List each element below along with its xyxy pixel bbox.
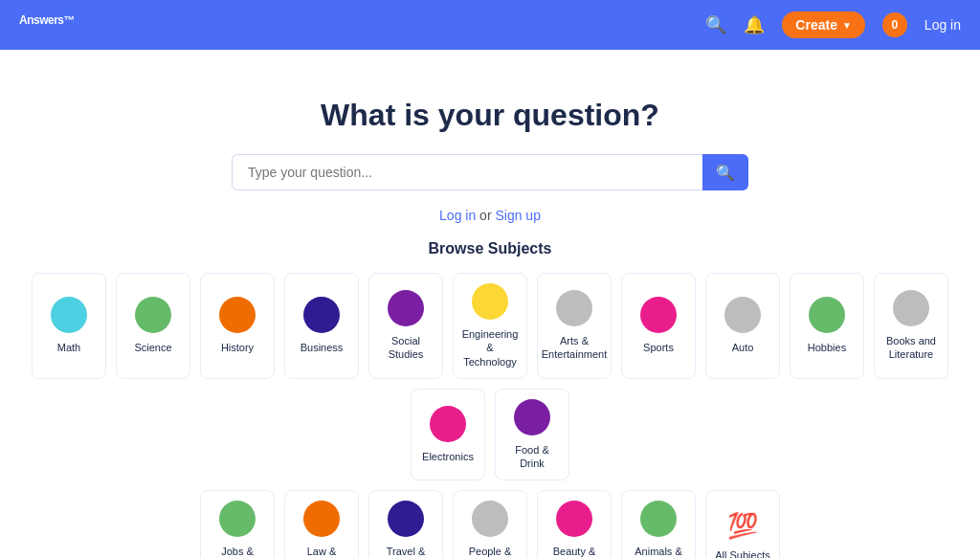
subject-circle (809, 297, 845, 333)
subject-circle (219, 297, 256, 333)
subject-circle (472, 283, 508, 320)
login-button[interactable]: Log in (924, 17, 961, 33)
subject-card[interactable]: Arts & Entertainment (537, 273, 612, 379)
subject-label: Travel & Places (375, 545, 436, 558)
subject-card[interactable]: Business (284, 273, 359, 379)
subject-label: Books and Literature (880, 334, 942, 362)
subject-label: Science (134, 341, 171, 354)
search-input[interactable] (232, 154, 702, 190)
subject-label: Sports (643, 341, 674, 354)
subject-circle (514, 399, 550, 435)
browse-subjects-title: Browse Subjects (429, 240, 552, 257)
subject-label: Electronics (422, 450, 474, 463)
subject-circle (640, 297, 677, 333)
subject-card[interactable]: Books and Literature (874, 273, 948, 379)
subject-card[interactable]: History (200, 273, 275, 379)
navbar: Answers™ 🔍 🔔 Create ▼ 0 Log in (0, 0, 980, 50)
subject-circle (893, 290, 929, 326)
subject-label: Hobbies (808, 341, 846, 354)
subject-card[interactable]: Sports (621, 273, 696, 379)
subject-circle (51, 297, 87, 333)
subject-card[interactable]: Travel & Places (368, 490, 443, 558)
subject-card[interactable]: Math (32, 273, 106, 379)
subject-circle (303, 297, 340, 333)
subject-circle (219, 501, 256, 537)
subject-label: Math (57, 341, 80, 354)
subject-circle (556, 290, 592, 326)
subject-label: Social Studies (375, 334, 436, 362)
login-link[interactable]: Log in (439, 208, 476, 223)
subject-label: Beauty & Health (544, 545, 605, 558)
search-container: 🔍 (232, 154, 748, 190)
notification-button[interactable]: 🔔 (744, 14, 765, 35)
auth-prompt: Log in or Sign up (439, 208, 541, 223)
search-icon: 🔍 (716, 165, 735, 181)
subject-label: All Subjects (715, 548, 769, 558)
main-content: What is your question? 🔍 Log in or Sign … (0, 50, 980, 558)
auth-separator: or (476, 208, 495, 223)
subject-circle (303, 501, 340, 537)
subject-label: History (221, 341, 254, 354)
page-title: What is your question? (321, 98, 659, 133)
subject-circle (724, 297, 761, 333)
subject-label: Auto (732, 341, 754, 354)
brand-trademark: ™ (64, 13, 76, 27)
subject-card[interactable]: Animals & Plants (621, 490, 696, 558)
subject-circle (556, 501, 592, 537)
subject-card[interactable]: Engineering & Technology (453, 273, 527, 379)
subject-circle (135, 297, 171, 333)
subject-card[interactable]: Law & Government (284, 490, 359, 558)
subjects-row-1: MathScienceHistoryBusinessSocial Studies… (19, 273, 961, 480)
points-value: 0 (892, 18, 899, 32)
subject-label: Jobs & Education (207, 545, 268, 558)
subject-card[interactable]: Jobs & Education (200, 490, 275, 558)
create-label: Create (795, 17, 837, 33)
subject-circle (388, 501, 424, 537)
subject-label: Law & Government (291, 545, 352, 558)
subject-emoji: 💯 (727, 511, 758, 541)
subject-card[interactable]: Auto (705, 273, 780, 379)
subject-card[interactable]: People & Society (453, 490, 527, 558)
signup-link[interactable]: Sign up (495, 208, 540, 223)
subject-label: Animals & Plants (628, 545, 689, 558)
search-button[interactable]: 🔍 (705, 14, 726, 35)
subject-card[interactable]: Electronics (411, 389, 485, 481)
subject-label: Engineering & Technology (459, 327, 521, 368)
subject-label: People & Society (459, 545, 521, 558)
subject-card[interactable]: Food & Drink (495, 389, 569, 481)
create-button[interactable]: Create ▼ (782, 11, 865, 38)
subject-card[interactable]: Hobbies (790, 273, 864, 379)
search-submit-button[interactable]: 🔍 (702, 154, 748, 190)
subject-circle (640, 501, 677, 537)
subjects-grid: MathScienceHistoryBusinessSocial Studies… (19, 273, 961, 558)
subject-card[interactable]: Science (116, 273, 190, 379)
subject-label: Food & Drink (501, 443, 563, 471)
chevron-down-icon: ▼ (842, 20, 852, 31)
subject-circle (472, 501, 508, 537)
brand-name: Answers (19, 13, 64, 27)
subject-label: Business (301, 341, 344, 354)
brand-logo: Answers™ (19, 12, 690, 37)
subjects-row-2: Jobs & EducationLaw & GovernmentTravel &… (19, 490, 961, 558)
subject-card[interactable]: 💯All Subjects (705, 490, 780, 558)
subject-label: Arts & Entertainment (542, 334, 607, 362)
nav-icons: 🔍 🔔 Create ▼ 0 Log in (705, 11, 961, 38)
subject-circle (388, 290, 424, 326)
subject-card[interactable]: Beauty & Health (537, 490, 612, 558)
subject-card[interactable]: Social Studies (368, 273, 443, 379)
points-badge: 0 (882, 12, 907, 37)
subject-circle (430, 406, 466, 442)
